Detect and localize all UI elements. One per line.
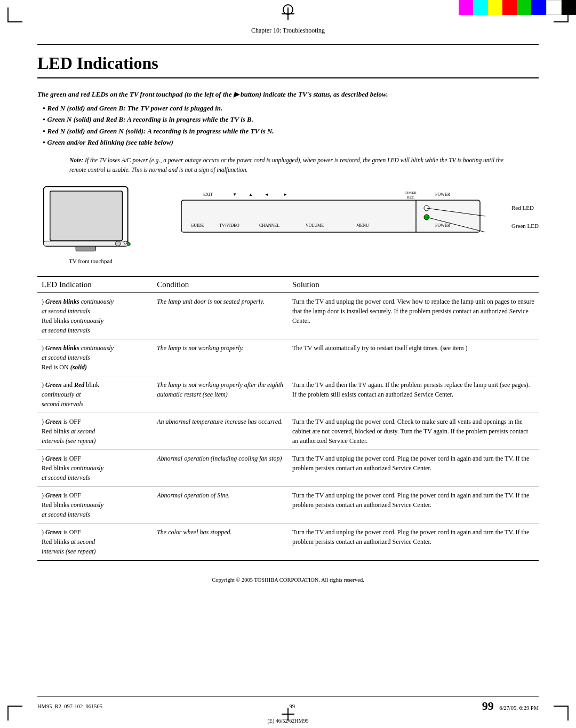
- svg-text:VOLUME: VOLUME: [306, 223, 324, 228]
- svg-rect-1: [50, 191, 123, 241]
- svg-text:EXIT: EXIT: [203, 192, 213, 197]
- bullet-4: Green and/or Red blinking (see table bel…: [43, 137, 539, 148]
- svg-text:POWER: POWER: [435, 192, 451, 197]
- svg-text:CHANNEL: CHANNEL: [259, 223, 279, 228]
- note-block: Note: If the TV loses A/C power (e.g., a…: [69, 155, 507, 175]
- footer-date: 6/27/05, 6:29 PM: [499, 705, 539, 711]
- note-text: If the TV loses A/C power (e.g., a power…: [69, 157, 503, 173]
- solution-cell-7: Turn the TV and unplug the power cord. P…: [288, 524, 539, 561]
- condition-cell-7: The color wheel has stopped.: [153, 524, 288, 561]
- color-block-red: [502, 0, 517, 15]
- controls-svg: EXIT ▼ ▲ ◄ ► TIMER REC POWER GUIDE TV/VI…: [155, 184, 539, 259]
- solution-cell-5: Turn the TV and unplug the power cord. P…: [288, 450, 539, 487]
- led-table: LED Indication Condition Solution ) Gree…: [37, 276, 539, 561]
- led-cell-3: ) Green and Red blink continuously atsec…: [37, 376, 153, 413]
- table-header-solution: Solution: [288, 276, 539, 293]
- copyright: Copyright © 2005 TOSHIBA CORPORATION. Al…: [37, 577, 539, 583]
- footer-right: 99 6/27/05, 6:29 PM: [482, 699, 539, 713]
- svg-text:GUIDE: GUIDE: [191, 223, 204, 228]
- tv-front-label: TV front touchpad: [37, 258, 144, 264]
- led-cell-4: ) Green is OFF Red blinks at secondinter…: [37, 413, 153, 450]
- chapter-header: Chapter 10: Troubleshooting: [37, 27, 539, 35]
- condition-cell-1: The lamp unit door is not seated properl…: [153, 293, 288, 339]
- condition-cell-6: Abnormal operation of Sine.: [153, 487, 288, 524]
- svg-point-5: [124, 241, 127, 244]
- table-header-led: LED Indication: [37, 276, 153, 293]
- solution-cell-1: Turn the TV and unplug the power cord. V…: [288, 293, 539, 339]
- table-row: ) Green is OFF Red blinks at secondinter…: [37, 413, 539, 450]
- led-cell-2: ) Green blinks continuouslyat second int…: [37, 339, 153, 376]
- condition-cell-3: The lamp is not working properly after t…: [153, 376, 288, 413]
- red-led-label: Red LED: [511, 204, 539, 211]
- page-title: LED Indications: [37, 53, 539, 78]
- solution-cell-2: The TV will automatically try to restart…: [288, 339, 539, 376]
- svg-text:►: ►: [283, 192, 287, 197]
- led-cell-7: ) Green is OFF Red blinks at secondinter…: [37, 524, 153, 561]
- reg-circle-top: [283, 4, 293, 15]
- led-labels: Red LED Green LED: [511, 204, 539, 229]
- table-row: ) Green is OFF Red blinks continuouslyat…: [37, 450, 539, 487]
- svg-rect-2: [76, 246, 95, 251]
- top-color-bar: [459, 0, 576, 15]
- led-cell-1: ) Green blinks continuouslyat second int…: [37, 293, 153, 339]
- color-block-black: [562, 0, 576, 15]
- corner-mark-br: [554, 706, 569, 721]
- solution-cell-3: Turn the TV and then the TV again. If th…: [288, 376, 539, 413]
- svg-text:TV/VIDEO: TV/VIDEO: [219, 223, 239, 228]
- svg-text:▲: ▲: [249, 192, 253, 197]
- top-rule: [37, 44, 539, 45]
- bullet-list: Red N (solid) and Green B: The TV power …: [43, 103, 539, 148]
- condition-cell-4: An abnormal temperature increase has occ…: [153, 413, 288, 450]
- bullet-1: Red N (solid) and Green B: The TV power …: [43, 103, 539, 114]
- svg-point-6: [127, 243, 131, 246]
- table-row: ) Green and Red blink continuously atsec…: [37, 376, 539, 413]
- svg-text:TIMER: TIMER: [405, 191, 417, 195]
- note-label: Note:: [69, 157, 83, 163]
- color-block-white: [546, 0, 562, 15]
- table-row: ) Green blinks continuouslyat second int…: [37, 293, 539, 339]
- reg-cross-bottom: [282, 708, 294, 721]
- solution-cell-6: Turn the TV and unplug the power cord. P…: [288, 487, 539, 524]
- condition-cell-2: The lamp is not working properly.: [153, 339, 288, 376]
- condition-cell-5: Abnormal operation (including cooling fa…: [153, 450, 288, 487]
- page-number: 99: [482, 699, 494, 713]
- table-row: ) Green is OFF Red blinks at secondinter…: [37, 524, 539, 561]
- color-block-green: [517, 0, 531, 15]
- bullet-3: Red N (solid) and Green N (solid): A rec…: [43, 126, 539, 137]
- intro-main: The green and red LEDs on the TV front t…: [37, 89, 539, 100]
- color-block-blue: [531, 0, 546, 15]
- controls-panel: EXIT ▼ ▲ ◄ ► TIMER REC POWER GUIDE TV/VI…: [155, 184, 539, 261]
- svg-text:POWER: POWER: [435, 223, 451, 228]
- color-block-magenta: [459, 0, 473, 15]
- tv-svg: [37, 184, 144, 254]
- corner-mark-bl: [7, 706, 22, 721]
- led-cell-6: ) Green is OFF Red blinks continuouslyat…: [37, 487, 153, 524]
- color-block-cyan: [473, 0, 487, 15]
- color-block-yellow: [488, 0, 502, 15]
- svg-text:▼: ▼: [233, 192, 237, 197]
- table-header-condition: Condition: [153, 276, 288, 293]
- bullet-2: Green N (solid) and Red B: A recording i…: [43, 114, 539, 125]
- tv-image-box: TV front touchpad: [37, 184, 144, 264]
- svg-point-4: [115, 241, 120, 246]
- svg-text:REC: REC: [407, 195, 414, 200]
- solution-cell-4: Turn the TV and unplug the power cord. C…: [288, 413, 539, 450]
- led-cell-5: ) Green is OFF Red blinks continuouslyat…: [37, 450, 153, 487]
- tv-diagram-area: TV front touchpad EXIT ▼ ▲ ◄ ► TIMER REC…: [37, 184, 539, 264]
- svg-text:MENU: MENU: [356, 223, 369, 228]
- green-led-label: Green LED: [511, 223, 539, 229]
- table-row: ) Green blinks continuouslyat second int…: [37, 339, 539, 376]
- chapter-text: Chapter 10: Troubleshooting: [251, 27, 325, 34]
- footer-left: HM95_R2_097-102_061505: [37, 703, 102, 709]
- corner-mark-tl: [7, 7, 22, 22]
- table-row: ) Green is OFF Red blinks continuouslyat…: [37, 487, 539, 524]
- svg-text:◄: ◄: [265, 192, 269, 197]
